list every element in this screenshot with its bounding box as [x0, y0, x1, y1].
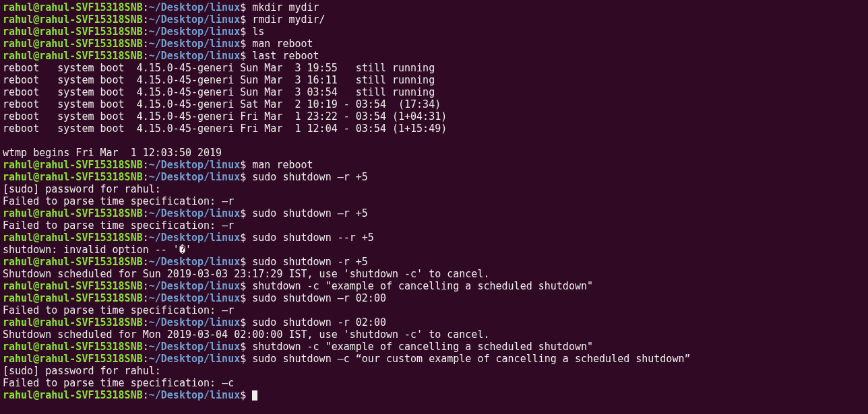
prompt-dollar: $: [240, 1, 252, 13]
command-text: rmdir mydir/: [252, 13, 325, 26]
prompt-line: rahul@rahul-SVF15318SNB:~/Desktop/linux$…: [3, 316, 865, 329]
output-text: Failed to parse time specification: –c: [3, 377, 234, 389]
output-line: wtmp begins Fri Mar 1 12:03:50 2019: [3, 147, 865, 159]
prompt-dollar: $: [240, 207, 252, 219]
prompt-path: ~/Desktop/linux: [149, 389, 240, 401]
command-text: sudo shutdown –r 02:00: [252, 292, 386, 304]
prompt-path: ~/Desktop/linux: [149, 50, 240, 62]
prompt-user: rahul@rahul-SVF15318SNB: [3, 341, 143, 353]
prompt-user: rahul@rahul-SVF15318SNB: [3, 389, 143, 401]
prompt-path: ~/Desktop/linux: [149, 13, 240, 26]
output-line: reboot system boot 4.15.0-45-generi Sun …: [3, 86, 865, 98]
output-line: reboot system boot 4.15.0-45-generi Sun …: [3, 62, 865, 74]
command-text: sudo shutdown -r +5: [252, 256, 368, 268]
prompt-path: ~/Desktop/linux: [149, 159, 240, 171]
prompt-path: ~/Desktop/linux: [149, 232, 240, 244]
output-text: reboot system boot 4.15.0-45-generi Sun …: [3, 74, 435, 86]
prompt-colon: :: [143, 341, 149, 353]
output-line: Shutdown scheduled for Mon 2019-03-04 02…: [3, 329, 865, 341]
output-line: shutdown: invalid option -- '�': [3, 244, 865, 256]
output-line: Failed to parse time specification: –c: [3, 377, 865, 389]
prompt-line: rahul@rahul-SVF15318SNB:~/Desktop/linux$…: [3, 171, 865, 183]
prompt-colon: :: [143, 38, 149, 50]
prompt-user: rahul@rahul-SVF15318SNB: [3, 232, 143, 244]
prompt-line: rahul@rahul-SVF15318SNB:~/Desktop/linux$…: [3, 26, 865, 38]
prompt-line: rahul@rahul-SVF15318SNB:~/Desktop/linux$…: [3, 280, 865, 292]
prompt-dollar: $: [240, 389, 252, 401]
prompt-colon: :: [143, 159, 149, 171]
command-text: sudo shutdown –c “our custom example of …: [252, 353, 690, 365]
prompt-line: rahul@rahul-SVF15318SNB:~/Desktop/linux$…: [3, 50, 865, 62]
output-text: reboot system boot 4.15.0-45-generi Sun …: [3, 86, 435, 98]
prompt-colon: :: [143, 353, 149, 365]
output-line: reboot system boot 4.15.0-45-generi Fri …: [3, 110, 865, 123]
prompt-colon: :: [143, 13, 149, 26]
output-text: [sudo] password for rahul:: [3, 365, 167, 377]
output-line: [sudo] password for rahul:: [3, 183, 865, 195]
output-line: reboot system boot 4.15.0-45-generi Fri …: [3, 123, 865, 135]
prompt-dollar: $: [240, 316, 252, 329]
prompt-line: rahul@rahul-SVF15318SNB:~/Desktop/linux$…: [3, 207, 865, 219]
command-text: sudo shutdown –r +5: [252, 171, 368, 183]
prompt-line: rahul@rahul-SVF15318SNB:~/Desktop/linux$…: [3, 232, 865, 244]
prompt-user: rahul@rahul-SVF15318SNB: [3, 292, 143, 304]
prompt-path: ~/Desktop/linux: [149, 341, 240, 353]
output-line: Shutdown scheduled for Sun 2019-03-03 23…: [3, 268, 865, 280]
prompt-dollar: $: [240, 280, 252, 292]
output-text: Shutdown scheduled for Sun 2019-03-03 23…: [3, 268, 489, 280]
output-text: shutdown: invalid option -- '�': [3, 244, 191, 256]
command-text: last reboot: [252, 50, 319, 62]
command-text: ls: [252, 26, 264, 38]
output-line: reboot system boot 4.15.0-45-generi Sat …: [3, 98, 865, 110]
prompt-colon: :: [143, 389, 149, 401]
prompt-dollar: $: [240, 159, 252, 171]
output-text: Failed to parse time specification: –r: [3, 304, 234, 316]
output-text: reboot system boot 4.15.0-45-generi Fri …: [3, 110, 447, 123]
output-line: Failed to parse time specification: –r: [3, 195, 865, 207]
terminal[interactable]: rahul@rahul-SVF15318SNB:~/Desktop/linux$…: [0, 0, 868, 403]
prompt-colon: :: [143, 292, 149, 304]
prompt-user: rahul@rahul-SVF15318SNB: [3, 50, 143, 62]
prompt-path: ~/Desktop/linux: [149, 316, 240, 329]
prompt-path: ~/Desktop/linux: [149, 280, 240, 292]
output-line: reboot system boot 4.15.0-45-generi Sun …: [3, 74, 865, 86]
prompt-line: rahul@rahul-SVF15318SNB:~/Desktop/linux$…: [3, 292, 865, 304]
prompt-path: ~/Desktop/linux: [149, 292, 240, 304]
prompt-colon: :: [143, 171, 149, 183]
output-text: Failed to parse time specification: –r: [3, 219, 234, 232]
output-line: Failed to parse time specification: –r: [3, 304, 865, 316]
prompt-dollar: $: [240, 38, 252, 50]
prompt-line: rahul@rahul-SVF15318SNB:~/Desktop/linux$…: [3, 1, 865, 13]
prompt-user: rahul@rahul-SVF15318SNB: [3, 256, 143, 268]
prompt-line: rahul@rahul-SVF15318SNB:~/Desktop/linux$…: [3, 341, 865, 353]
prompt-dollar: $: [240, 353, 252, 365]
prompt-path: ~/Desktop/linux: [149, 38, 240, 50]
prompt-line: rahul@rahul-SVF15318SNB:~/Desktop/linux$: [3, 389, 865, 401]
prompt-user: rahul@rahul-SVF15318SNB: [3, 13, 143, 26]
prompt-user: rahul@rahul-SVF15318SNB: [3, 316, 143, 329]
prompt-path: ~/Desktop/linux: [149, 256, 240, 268]
prompt-colon: :: [143, 232, 149, 244]
prompt-path: ~/Desktop/linux: [149, 26, 240, 38]
prompt-dollar: $: [240, 292, 252, 304]
prompt-colon: :: [143, 50, 149, 62]
prompt-line: rahul@rahul-SVF15318SNB:~/Desktop/linux$…: [3, 256, 865, 268]
prompt-dollar: $: [240, 232, 252, 244]
output-line: [3, 135, 865, 147]
command-text: shutdown -c "example of cancelling a sch…: [252, 280, 593, 292]
prompt-line: rahul@rahul-SVF15318SNB:~/Desktop/linux$…: [3, 159, 865, 171]
output-line: Failed to parse time specification: –r: [3, 219, 865, 232]
cursor: [252, 390, 257, 401]
prompt-user: rahul@rahul-SVF15318SNB: [3, 38, 143, 50]
prompt-user: rahul@rahul-SVF15318SNB: [3, 159, 143, 171]
prompt-user: rahul@rahul-SVF15318SNB: [3, 1, 143, 13]
prompt-path: ~/Desktop/linux: [149, 1, 240, 13]
prompt-colon: :: [143, 280, 149, 292]
output-line: [sudo] password for rahul:: [3, 365, 865, 377]
prompt-dollar: $: [240, 26, 252, 38]
prompt-user: rahul@rahul-SVF15318SNB: [3, 207, 143, 219]
command-text: sudo shutdown --r +5: [252, 232, 374, 244]
prompt-path: ~/Desktop/linux: [149, 171, 240, 183]
command-text: man reboot: [252, 38, 313, 50]
prompt-path: ~/Desktop/linux: [149, 207, 240, 219]
